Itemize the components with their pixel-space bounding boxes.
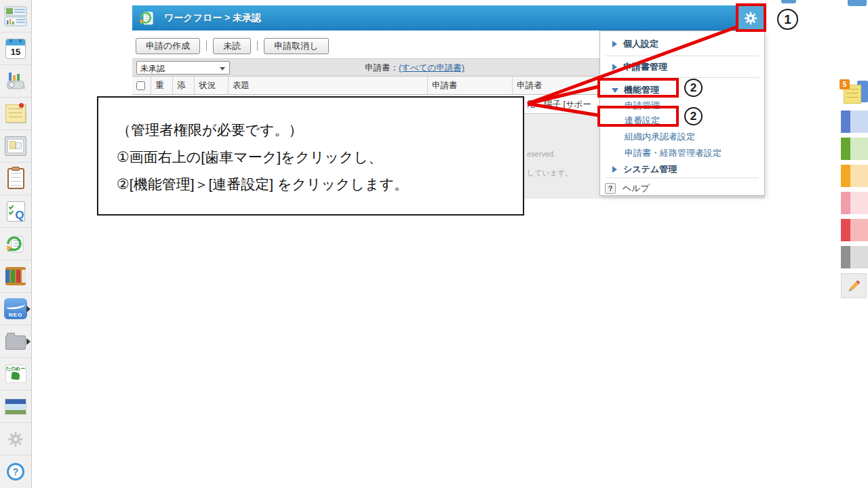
app-sidebar: 15 Q xyxy=(0,0,32,488)
menu-link-label: 組織内承認者設定 xyxy=(625,131,695,143)
col-form[interactable]: 申請書 xyxy=(428,77,513,94)
toolbar: 申請の作成 未読 申請取消し xyxy=(136,37,329,54)
tab-color-body xyxy=(850,219,868,241)
menu-item-org-approver-settings[interactable]: 組織内承認者設定 xyxy=(600,129,764,144)
menu-item-label: ヘルプ xyxy=(623,182,650,195)
menu-item-form-management[interactable]: 申請書管理 xyxy=(600,60,764,75)
workflow-icon xyxy=(4,233,27,255)
clipboard-icon xyxy=(7,168,24,189)
copyright-fragment-1: eserved. xyxy=(527,150,555,158)
tab-color-body xyxy=(850,246,868,268)
bulletin-icon xyxy=(5,136,26,156)
help-question-icon: ? xyxy=(605,183,616,194)
right-tab-green[interactable] xyxy=(841,138,868,160)
tab-color-body xyxy=(850,192,868,214)
menu-divider xyxy=(606,178,759,178)
copyright-fragment-2: しています。 xyxy=(527,168,572,178)
sidebar-item-cabinet[interactable] xyxy=(0,260,31,293)
col-important[interactable]: 重 xyxy=(151,77,173,94)
sidebar-item-workflow[interactable] xyxy=(0,228,31,260)
banner-icon xyxy=(5,399,26,415)
neo-icon: NEO xyxy=(4,298,27,319)
toolbar-divider xyxy=(257,41,258,51)
chevron-down-icon xyxy=(220,67,225,70)
menu-item-label: システム管理 xyxy=(623,163,677,176)
right-tab-memo[interactable]: 5 xyxy=(840,79,868,106)
sidebar-item-calendar[interactable]: 15 xyxy=(0,33,31,65)
menu-item-label: 申請書管理 xyxy=(623,61,667,73)
triangle-right-icon xyxy=(612,64,617,70)
right-tab-edit[interactable] xyxy=(841,273,867,298)
help-icon: ? xyxy=(7,463,24,481)
toolbar-divider xyxy=(206,41,207,51)
right-tab-pink[interactable] xyxy=(841,192,868,214)
sidebar-item-banner[interactable] xyxy=(0,390,31,423)
survey-icon: Q xyxy=(7,201,25,222)
tab-color-strip xyxy=(841,165,850,187)
sidebar-item-tanomeru[interactable]: たのめーる xyxy=(0,358,31,390)
menu-item-help[interactable]: ? ヘルプ xyxy=(600,181,764,196)
menu-item-personal-settings[interactable]: 個人設定 xyxy=(600,37,764,52)
sidebar-item-settings-disabled xyxy=(0,423,31,455)
neo-label: NEO xyxy=(4,312,27,318)
presentation-icon xyxy=(5,71,26,92)
applicant-name: 尾 陽子 [サポー xyxy=(527,99,591,110)
menu-item-system-management[interactable]: システム管理 xyxy=(600,162,764,177)
sidebar-item-report[interactable] xyxy=(0,163,31,195)
step-2-badge: 2 xyxy=(684,107,703,125)
tab-color-strip xyxy=(841,110,850,133)
create-application-button[interactable]: 申請の作成 xyxy=(136,38,200,54)
flyout-arrow-icon xyxy=(26,338,31,345)
col-attachment[interactable]: 添 xyxy=(173,77,195,94)
select-all-checkbox[interactable] xyxy=(136,81,145,90)
survey-q-glyph: Q xyxy=(15,209,24,221)
step-2-badge: 2 xyxy=(684,79,703,97)
gear-disabled-icon xyxy=(7,430,24,448)
callout-line-1: （管理者権限が必要です。） xyxy=(117,117,523,144)
menu-link-label: 申請書・経路管理者設定 xyxy=(625,147,722,159)
help-glyph: ? xyxy=(13,466,19,477)
right-tab-red[interactable] xyxy=(841,219,868,241)
right-tab-orange[interactable] xyxy=(841,165,868,187)
cutoff-icon-fragment xyxy=(781,0,796,3)
calendar-day: 15 xyxy=(6,45,25,58)
binders-icon xyxy=(5,267,26,285)
calendar-peg xyxy=(19,39,22,43)
folder-icon xyxy=(5,336,26,350)
sidebar-item-neo[interactable]: NEO xyxy=(0,293,31,325)
sidebar-item-memo[interactable] xyxy=(0,98,31,130)
status-dropdown-value: 未承認 xyxy=(140,64,165,73)
tanomeru-figure xyxy=(11,371,20,380)
sidebar-item-survey[interactable]: Q xyxy=(0,195,31,228)
col-status[interactable]: 状況 xyxy=(195,77,229,94)
status-dropdown[interactable]: 未承認 xyxy=(136,61,230,75)
pin-icon xyxy=(19,103,24,108)
page: 15 Q xyxy=(0,0,868,488)
col-subject[interactable]: 表題 xyxy=(229,77,428,94)
workflow-app-icon xyxy=(138,9,156,27)
right-tab-gray[interactable] xyxy=(841,246,868,268)
menu-divider xyxy=(606,56,759,56)
menu-item-form-route-admin-settings[interactable]: 申請書・経路管理者設定 xyxy=(600,146,764,161)
sidebar-item-portal[interactable] xyxy=(0,0,31,33)
sidebar-item-presentation[interactable] xyxy=(0,65,31,98)
form-filter: 申請書：(すべての申請書) xyxy=(365,62,465,74)
tab-color-strip xyxy=(841,246,850,268)
select-all-cell xyxy=(132,77,151,94)
triangle-right-icon xyxy=(612,41,617,47)
unread-button[interactable]: 未読 xyxy=(213,38,251,54)
form-filter-label: 申請書： xyxy=(365,63,399,73)
sidebar-item-bulletin[interactable] xyxy=(0,130,31,163)
tab-color-strip xyxy=(841,192,850,214)
menu-item-label: 個人設定 xyxy=(623,38,658,50)
sidebar-item-help[interactable]: ? xyxy=(0,455,31,488)
sidebar-item-folder[interactable] xyxy=(0,325,31,358)
callout-line-3: ②[機能管理]＞[連番設定] をクリックします。 xyxy=(117,171,523,198)
right-tab-blue[interactable] xyxy=(841,110,868,133)
tab-color-strip xyxy=(841,138,850,160)
all-forms-link[interactable]: (すべての申請書) xyxy=(399,63,465,73)
cancel-application-button[interactable]: 申請取消し xyxy=(264,38,328,54)
tab-color-strip xyxy=(841,219,850,241)
highlight-serial-settings-box xyxy=(597,106,679,127)
highlight-gear-box xyxy=(736,3,766,32)
